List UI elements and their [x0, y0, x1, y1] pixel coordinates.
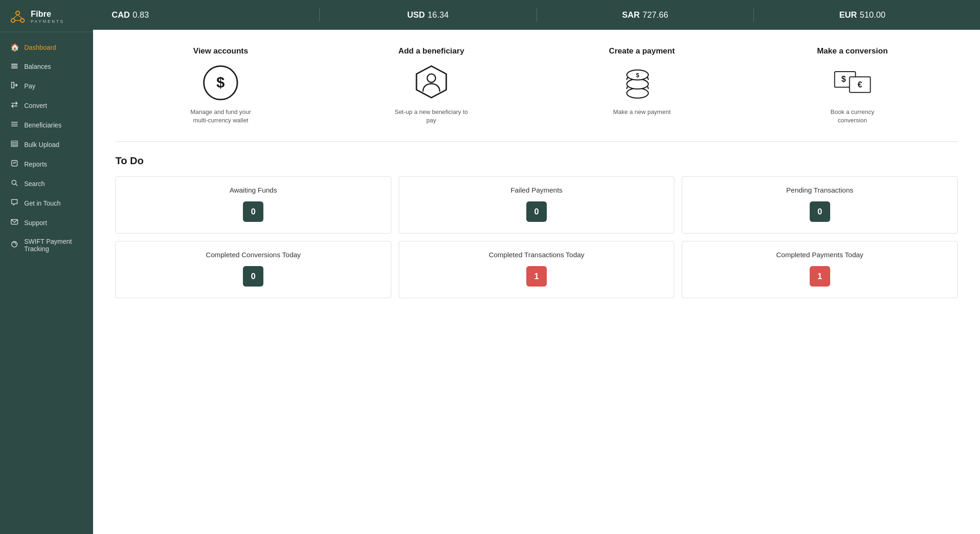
currency-code-usd: USD [407, 10, 425, 20]
completed-conversions-badge: 0 [243, 266, 263, 287]
todo-card-completed-transactions[interactable]: Completed Transactions Today 1 [399, 241, 675, 298]
svg-point-0 [16, 11, 20, 15]
sidebar-item-beneficiaries[interactable]: Beneficiaries [0, 115, 93, 135]
create-payment-title: Create a payment [609, 47, 675, 56]
svg-text:€: € [858, 80, 862, 89]
sidebar-item-convert[interactable]: Convert [0, 96, 93, 115]
reports-icon [10, 160, 19, 169]
completed-conversions-label: Completed Conversions Today [206, 251, 301, 259]
awaiting-funds-label: Awaiting Funds [229, 186, 277, 194]
sidebar-label-beneficiaries: Beneficiaries [24, 121, 83, 129]
add-beneficiary-title: Add a beneficiary [398, 47, 464, 56]
svg-point-23 [427, 74, 436, 82]
make-conversion-title: Make a conversion [817, 47, 888, 56]
sidebar-item-reports[interactable]: Reports [0, 154, 93, 174]
currency-code-sar: SAR [622, 10, 640, 20]
brand-name: Fibre [31, 10, 64, 18]
currency-amount-sar: 727.66 [643, 10, 668, 20]
todo-title: To Do [115, 155, 958, 167]
logo: Fibre PAYMENTS [0, 0, 93, 32]
view-accounts-icon-wrap: $ [202, 64, 239, 101]
hex-person-icon [413, 64, 450, 101]
quick-action-add-beneficiary[interactable]: Add a beneficiary Set-up a new beneficia… [326, 47, 537, 125]
sidebar-label-support: Support [24, 219, 83, 227]
todo-card-failed-payments[interactable]: Failed Payments 0 [399, 176, 675, 234]
support-icon [10, 218, 19, 227]
sidebar-label-get-in-touch: Get in Touch [24, 200, 83, 207]
todo-card-completed-payments[interactable]: Completed Payments Today 1 [682, 241, 958, 298]
completed-payments-label: Completed Payments Today [776, 251, 863, 259]
sidebar-item-balances[interactable]: Balances [0, 57, 93, 76]
quick-action-view-accounts[interactable]: View accounts $ Manage and fund your mul… [115, 47, 326, 125]
svg-rect-8 [11, 67, 18, 68]
home-icon: 🏠 [10, 43, 19, 52]
search-icon [10, 179, 19, 188]
logo-text: Fibre PAYMENTS [31, 10, 64, 24]
bulk-upload-icon [10, 140, 19, 149]
todo-card-awaiting-funds[interactable]: Awaiting Funds 0 [115, 176, 391, 234]
logo-icon [9, 8, 26, 25]
sidebar-label-dashboard: Dashboard [24, 44, 83, 51]
topbar: CAD 0.83 USD 16.34 SAR 727.66 EUR 510.00 [93, 0, 980, 30]
svg-point-24 [627, 88, 648, 98]
sidebar-label-swift: SWIFT Payment Tracking [24, 238, 83, 253]
failed-payments-badge: 0 [526, 201, 547, 222]
failed-payments-label: Failed Payments [510, 186, 563, 194]
currency-usd: USD 16.34 [329, 10, 527, 20]
sidebar-item-search[interactable]: Search [0, 174, 93, 194]
currency-code-eur: EUR [839, 10, 857, 20]
sidebar-item-bulk-upload[interactable]: Bulk Upload [0, 135, 93, 154]
pending-transactions-label: Pending Transactions [786, 186, 853, 194]
quick-actions-row: View accounts $ Manage and fund your mul… [115, 47, 958, 125]
content-area: View accounts $ Manage and fund your mul… [93, 30, 980, 534]
svg-rect-6 [11, 64, 18, 65]
view-accounts-desc: Manage and fund your multi-currency wall… [183, 108, 258, 125]
balances-icon [10, 62, 19, 71]
svg-text:$: $ [216, 74, 225, 91]
create-payment-icon-wrap: $ [623, 64, 660, 101]
swift-icon [10, 240, 19, 250]
svg-line-17 [16, 184, 18, 186]
sidebar: Fibre PAYMENTS 🏠 Dashboard Balances Pay … [0, 0, 93, 534]
sidebar-item-dashboard[interactable]: 🏠 Dashboard [0, 38, 93, 57]
svg-line-4 [18, 15, 22, 19]
create-payment-desc: Make a new payment [613, 108, 671, 116]
svg-rect-7 [11, 66, 18, 67]
svg-rect-15 [12, 160, 17, 166]
svg-text:$: $ [636, 72, 639, 79]
sidebar-item-get-in-touch[interactable]: Get in Touch [0, 194, 93, 213]
currency-cad: CAD 0.83 [112, 10, 310, 20]
completed-transactions-badge: 1 [526, 266, 547, 287]
circle-dollar-icon: $ [202, 64, 239, 101]
add-beneficiary-icon-wrap [413, 64, 450, 101]
sidebar-item-pay[interactable]: Pay [0, 76, 93, 96]
make-conversion-icon-wrap: $ € [834, 64, 871, 101]
quick-action-create-payment[interactable]: Create a payment $ Make a new payment [537, 47, 747, 116]
sidebar-item-swift[interactable]: SWIFT Payment Tracking [0, 233, 93, 258]
todo-card-completed-conversions[interactable]: Completed Conversions Today 0 [115, 241, 391, 298]
sidebar-item-support[interactable]: Support [0, 213, 93, 233]
completed-transactions-label: Completed Transactions Today [489, 251, 584, 259]
topbar-divider-3 [753, 8, 754, 22]
section-divider [115, 141, 958, 142]
svg-line-3 [13, 15, 18, 19]
add-beneficiary-desc: Set-up a new beneficiary to pay [394, 108, 469, 125]
convert-icon [10, 101, 19, 110]
todo-card-pending-transactions[interactable]: Pending Transactions 0 [682, 176, 958, 234]
svg-rect-12 [11, 141, 18, 142]
todo-grid: Awaiting Funds 0 Failed Payments 0 Pendi… [115, 176, 958, 298]
svg-rect-13 [11, 143, 18, 145]
make-conversion-desc: Book a currency conversion [815, 108, 890, 125]
sidebar-label-search: Search [24, 180, 83, 187]
currency-amount-cad: 0.83 [133, 10, 149, 20]
svg-point-1 [11, 19, 15, 22]
sidebar-label-reports: Reports [24, 160, 83, 168]
completed-payments-badge: 1 [810, 266, 830, 287]
svg-rect-10 [11, 124, 18, 125]
topbar-divider-1 [319, 8, 320, 22]
svg-point-25 [627, 79, 648, 89]
sidebar-label-pay: Pay [24, 82, 83, 90]
todo-section: To Do Awaiting Funds 0 Failed Payments 0… [115, 155, 958, 298]
currency-swap-icon: $ € [834, 65, 871, 100]
quick-action-make-conversion[interactable]: Make a conversion $ € Book a currency co… [747, 47, 958, 125]
